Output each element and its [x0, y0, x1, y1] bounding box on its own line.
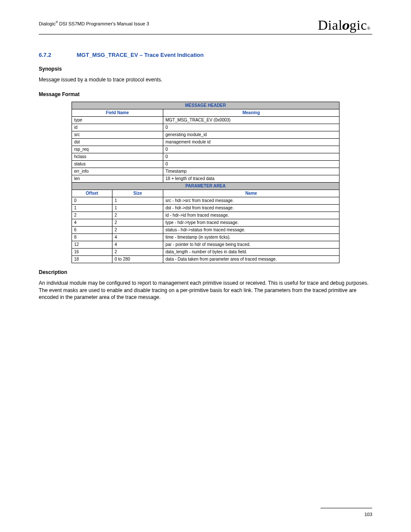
meaning-cell: 0	[163, 146, 339, 153]
col-field-name: Field Name	[72, 109, 163, 116]
size-cell: 2	[112, 212, 163, 219]
description-heading: Description	[39, 269, 372, 275]
offset-cell: 1	[72, 204, 112, 212]
size-cell: 4	[112, 241, 163, 248]
table-row: 62status - hdr->status from traced messa…	[72, 226, 339, 233]
field-cell: rsp_req	[72, 146, 163, 153]
table-row: hclass0	[72, 153, 339, 160]
parameter-area-title: PARAMETER AREA	[72, 182, 339, 190]
table-row: err_infoTimestamp	[72, 168, 339, 175]
message-format-heading: Message Format	[39, 91, 372, 97]
table-row: dstmanagement module id	[72, 138, 339, 146]
meaning-cell: MGT_MSG_TRACE_EV (0x0003)	[163, 116, 339, 124]
offset-cell: 2	[72, 212, 112, 219]
table-row: id0	[72, 124, 339, 131]
message-table: MESSAGE HEADER Field Name Meaning typeMG…	[72, 102, 339, 263]
table-row: status0	[72, 160, 339, 168]
col-size: Size	[112, 190, 163, 197]
meaning-cell: 18 + length of traced data	[163, 175, 339, 182]
size-cell: 0 to 280	[112, 255, 163, 263]
offset-cell: 8	[72, 233, 112, 241]
header-left-text: Dialogic® DSI SS7MD Programmer's Manual …	[39, 17, 149, 26]
table-row: 124par - pointer to hdr of message being…	[72, 241, 339, 248]
table-row: 11dst - hdr->dst from traced message.	[72, 204, 339, 212]
footer-rule	[321, 508, 372, 508]
meaning-cell: generating module_id	[163, 131, 339, 138]
table-row: 84time - timestamp (in system ticks).	[72, 233, 339, 241]
size-cell: 1	[112, 197, 163, 204]
page-number: 103	[364, 512, 372, 517]
synopsis-heading: Synopsis	[39, 66, 372, 72]
size-cell: 2	[112, 248, 163, 255]
name-cell: data_length - number of bytes in data fi…	[163, 248, 339, 255]
field-cell: type	[72, 116, 163, 124]
table-row: len18 + length of traced data	[72, 175, 339, 182]
offset-cell: 18	[72, 255, 112, 263]
field-cell: len	[72, 175, 163, 182]
field-cell: dst	[72, 138, 163, 146]
table-row: rsp_req0	[72, 146, 339, 153]
field-cell: err_info	[72, 168, 163, 175]
col-meaning: Meaning	[163, 109, 339, 116]
offset-cell: 12	[72, 241, 112, 248]
table-row: typeMGT_MSG_TRACE_EV (0x0003)	[72, 116, 339, 124]
message-header-title: MESSAGE HEADER	[72, 102, 339, 109]
page-header: Dialogic® DSI SS7MD Programmer's Manual …	[39, 17, 372, 34]
table-row: 162data_length - number of bytes in data…	[72, 248, 339, 255]
table-row: 01src - hdr->src from traced message.	[72, 197, 339, 204]
synopsis-text: Message issued by a module to trace prot…	[39, 76, 372, 84]
table-row: 42type - hdr->type from traced message.	[72, 219, 339, 226]
offset-cell: 4	[72, 219, 112, 226]
dialogic-logo: Dialogic®	[318, 17, 372, 33]
table-row: 180 to 280data - Data taken from paramet…	[72, 255, 339, 263]
name-cell: dst - hdr->dst from traced message.	[163, 204, 339, 212]
field-cell: src	[72, 131, 163, 138]
table-row: 22id - hdr->id from traced message.	[72, 212, 339, 219]
meaning-cell: Timestamp	[163, 168, 339, 175]
field-cell: id	[72, 124, 163, 131]
name-cell: time - timestamp (in system ticks).	[163, 233, 339, 241]
meaning-cell: 0	[163, 153, 339, 160]
size-cell: 2	[112, 219, 163, 226]
name-cell: status - hdr->status from traced message…	[163, 226, 339, 233]
meaning-cell: 0	[163, 124, 339, 131]
section-heading: 6.7.2MGT_MSG_TRACE_EV – Trace Event Indi…	[39, 52, 372, 58]
name-cell: src - hdr->src from traced message.	[163, 197, 339, 204]
name-cell: data - Data taken from parameter area of…	[163, 255, 339, 263]
meaning-cell: management module id	[163, 138, 339, 146]
size-cell: 2	[112, 226, 163, 233]
name-cell: id - hdr->id from traced message.	[163, 212, 339, 219]
field-cell: status	[72, 160, 163, 168]
meaning-cell: 0	[163, 160, 339, 168]
name-cell: type - hdr->type from traced message.	[163, 219, 339, 226]
offset-cell: 16	[72, 248, 112, 255]
table-row: srcgenerating module_id	[72, 131, 339, 138]
offset-cell: 0	[72, 197, 112, 204]
col-name: Name	[163, 190, 339, 197]
size-cell: 1	[112, 204, 163, 212]
field-cell: hclass	[72, 153, 163, 160]
col-offset: Offset	[72, 190, 112, 197]
description-text: An individual module may be configured t…	[39, 280, 372, 301]
size-cell: 4	[112, 233, 163, 241]
name-cell: par - pointer to hdr of message being tr…	[163, 241, 339, 248]
offset-cell: 6	[72, 226, 112, 233]
